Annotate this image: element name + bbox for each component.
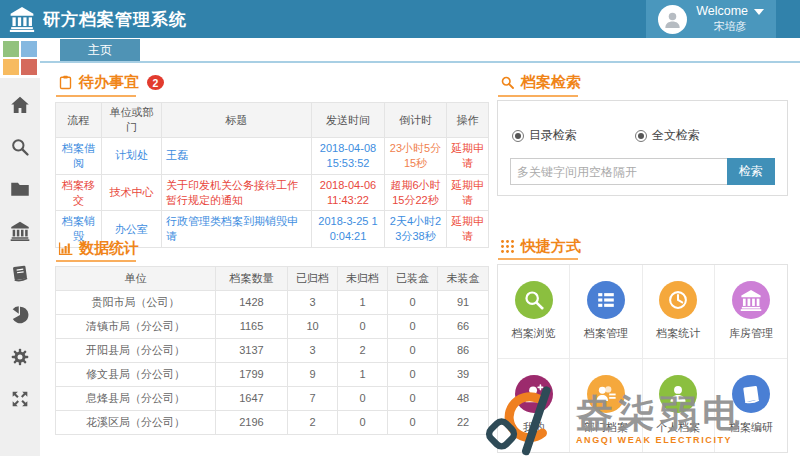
radio-全文检索[interactable]: 全文检索	[635, 127, 700, 144]
shortcut-label: 库房管理	[729, 326, 773, 341]
expand-icon[interactable]	[10, 389, 30, 409]
unit-link[interactable]: 修文县局（分公司）	[56, 363, 216, 387]
flow-cell[interactable]: 档案移交	[56, 174, 102, 211]
stats-row: 清镇市局（分公司）1165100066	[56, 315, 489, 339]
column-header: 流程	[56, 103, 102, 138]
column-header: 操作	[447, 103, 489, 138]
stat-value-cell: 0	[388, 291, 438, 315]
app-title: 研方档案管理系统	[43, 8, 187, 31]
chevron-down-icon[interactable]	[754, 9, 764, 15]
stat-value-cell: 0	[388, 315, 438, 339]
search-input[interactable]	[510, 158, 727, 185]
stats-row: 开阳县局（分公司）313732086	[56, 339, 489, 363]
title-cell[interactable]: 王磊	[162, 138, 312, 175]
radio-label: 目录检索	[529, 127, 577, 144]
countdown-cell: 23小时5分15秒	[385, 138, 447, 175]
stat-value-cell: 3137	[216, 339, 288, 363]
radio-button-icon[interactable]	[635, 130, 647, 142]
column-header: 倒计时	[385, 103, 447, 138]
unit-link[interactable]: 息烽县局（分公司）	[56, 387, 216, 411]
stat-value-cell: 86	[438, 339, 489, 363]
column-header: 未归档	[338, 267, 388, 291]
stats-row: 息烽县局（分公司）164770048	[56, 387, 489, 411]
shortcut-我的[interactable]: 我的	[498, 359, 570, 453]
search-icon	[515, 281, 553, 319]
clock-icon	[659, 281, 697, 319]
home-icon[interactable]	[10, 95, 30, 115]
column-header: 标题	[162, 103, 312, 138]
shortcut-label: 档案浏览	[512, 326, 556, 341]
header-bar: 研方档案管理系统 Welcome 宋培彦	[0, 0, 800, 38]
person-icon	[659, 375, 697, 413]
shortcut-label: 个人档案	[656, 420, 700, 435]
search-button[interactable]: 检索	[727, 158, 775, 185]
unit-link[interactable]: 花溪区局（分公司）	[56, 411, 216, 435]
stat-value-cell: 7	[288, 387, 338, 411]
unit-link[interactable]: 清镇市局（分公司）	[56, 315, 216, 339]
stat-value-cell: 0	[338, 411, 388, 435]
stat-value-cell: 48	[438, 387, 489, 411]
todo-table: 流程单位或部门标题发送时间倒计时操作 档案借阅计划处王磊2018-04-08 1…	[55, 102, 489, 248]
radio-button-icon[interactable]	[512, 130, 524, 142]
shortcut-个人档案[interactable]: 个人档案	[643, 359, 715, 453]
dept-cell[interactable]: 计划处	[102, 138, 162, 175]
gear-icon[interactable]	[10, 347, 30, 367]
search-row: 检索	[510, 158, 775, 185]
stat-value-cell: 1	[338, 363, 388, 387]
title-cell[interactable]: 行政管理类档案到期销毁申请	[162, 211, 312, 248]
clipboard-icon	[58, 75, 73, 90]
postpone-request-link[interactable]: 延期申请	[447, 174, 489, 211]
unit-link[interactable]: 开阳县局（分公司）	[56, 339, 216, 363]
shortcut-label: 我的	[523, 420, 545, 435]
shortcut-档案浏览[interactable]: 档案浏览	[498, 265, 570, 359]
search-panel-title: 档案检索	[500, 73, 581, 92]
radio-目录检索[interactable]: 目录检索	[512, 127, 577, 144]
person-plus-icon	[515, 375, 553, 413]
shortcuts-panel-title: 快捷方式	[500, 237, 581, 256]
stat-value-cell: 10	[288, 315, 338, 339]
shortcut-库房管理[interactable]: 库房管理	[715, 265, 787, 359]
user-menu[interactable]: Welcome 宋培彦	[646, 0, 776, 38]
stat-value-cell: 9	[288, 363, 338, 387]
shortcut-档案统计[interactable]: 档案统计	[643, 265, 715, 359]
stat-value-cell: 2	[288, 411, 338, 435]
sidebar-nav	[0, 78, 40, 409]
bank-icon[interactable]	[10, 221, 30, 241]
search-icon[interactable]	[10, 137, 30, 157]
countdown-cell: 超期6小时15分22秒	[385, 174, 447, 211]
postpone-request-link[interactable]: 延期申请	[447, 138, 489, 175]
title-underline	[56, 95, 136, 97]
shortcut-label: 档案统计	[656, 326, 700, 341]
book-icon[interactable]	[10, 263, 30, 283]
stat-value-cell: 39	[438, 363, 489, 387]
stat-value-cell: 1799	[216, 363, 288, 387]
stats-row: 修文县局（分公司）179991039	[56, 363, 489, 387]
stats-table: 单位档案数量已归档未归档已装盒未装盒 贵阳市局（公司）142831091清镇市局…	[55, 266, 489, 435]
stat-value-cell: 1647	[216, 387, 288, 411]
todo-panel-title: 待办事宜 2	[58, 73, 164, 92]
pie-chart-icon[interactable]	[10, 305, 30, 325]
stat-value-cell: 1428	[216, 291, 288, 315]
column-header: 单位或部门	[102, 103, 162, 138]
shortcuts-grid: 档案浏览档案管理档案统计库房管理我的部门档案个人档案档案编研	[497, 264, 788, 453]
countdown-cell: 2天4小时23分38秒	[385, 211, 447, 248]
bank-icon	[732, 281, 770, 319]
dept-cell[interactable]: 技术中心	[102, 174, 162, 211]
postpone-request-link[interactable]: 延期申请	[447, 211, 489, 248]
title-cell[interactable]: 关于印发机关公务接待工作暂行规定的通知	[162, 174, 312, 211]
send-time-cell: 2018-04-08 15:53:52	[312, 138, 385, 175]
stat-value-cell: 1165	[216, 315, 288, 339]
tab-home[interactable]: 主页	[60, 39, 140, 61]
folder-icon[interactable]	[10, 179, 30, 199]
flow-cell[interactable]: 档案借阅	[56, 138, 102, 175]
shortcut-档案管理[interactable]: 档案管理	[570, 265, 642, 359]
list-icon	[587, 281, 625, 319]
todo-row: 档案借阅计划处王磊2018-04-08 15:53:5223小时5分15秒延期申…	[56, 138, 489, 175]
unit-link[interactable]: 贵阳市局（公司）	[56, 291, 216, 315]
stats-row: 花溪区局（分公司）219620022	[56, 411, 489, 435]
user-avatar-icon[interactable]	[658, 5, 687, 34]
shortcut-部门档案[interactable]: 部门档案	[570, 359, 642, 453]
shortcut-档案编研[interactable]: 档案编研	[715, 359, 787, 453]
stat-value-cell: 0	[388, 363, 438, 387]
user-name: 宋培彦	[714, 20, 747, 34]
